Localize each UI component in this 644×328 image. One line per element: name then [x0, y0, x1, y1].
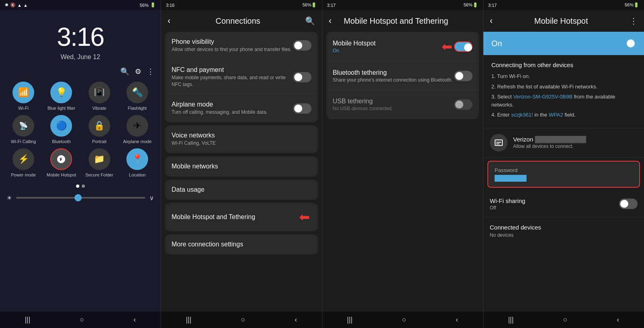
network-text: Verizon ████████████ Allow all devices t… [513, 136, 586, 149]
password-section: Password ████████ [487, 161, 640, 188]
nav-home-btn[interactable]: ○ [80, 316, 84, 324]
back-arrow-icon[interactable]: ‹ [167, 16, 170, 26]
nfc-subtitle: Make mobile payments, share data, and re… [171, 74, 293, 88]
nav-home-btn-2[interactable]: ○ [241, 316, 245, 324]
status-bar-4: 3:17 56%🔋 [483, 0, 644, 10]
tile-airplane-label: Airplane mode [123, 139, 152, 144]
back-arrow-icon-4[interactable]: ‹ [490, 16, 493, 26]
search-icon-connections[interactable]: 🔍 [305, 16, 315, 26]
connecting-section: Connecting from other devices 1. Turn Wi… [483, 55, 644, 128]
clock-area: 3:16 Wed, June 12 [0, 10, 161, 65]
network-item[interactable]: Verizon ████████████ Allow all devices t… [483, 128, 644, 158]
mobile-networks-title: Mobile networks [171, 163, 218, 170]
phone-visibility-item[interactable]: Phone visibility Allow other devices to … [165, 32, 318, 60]
nav-back-btn-4[interactable]: ‹ [617, 316, 619, 324]
tile-mobile-hotspot[interactable]: Mobile Hotspot [44, 148, 78, 178]
tile-wifi-label: Wi-Fi [18, 106, 29, 111]
tile-wifi-calling[interactable]: 📡 Wi-Fi Calling [6, 115, 40, 144]
nfc-item[interactable]: NFC and payment Make mobile payments, sh… [165, 60, 318, 95]
wifi-sharing-item[interactable]: Wi-Fi sharing Off [483, 191, 644, 217]
tile-portrait-label: Portrait [92, 139, 106, 144]
bluetooth-tethering-toggle[interactable] [454, 71, 473, 81]
data-usage-item[interactable]: Data usage [165, 180, 318, 200]
panel-mobile-hotspot-detail: 3:17 56%🔋 ‹ Mobile Hotspot ⋮ On Connecti… [483, 0, 644, 328]
nfc-toggle[interactable] [293, 72, 312, 82]
brightness-slider[interactable] [16, 197, 145, 199]
usb-tethering-option[interactable]: USB tethering No USB devices connected. [326, 90, 479, 119]
mobile-hotspot-option-title: Mobile Hotspot [333, 40, 442, 47]
wifi-sharing-toggle[interactable] [619, 199, 638, 209]
more-icon[interactable]: ⋮ [147, 67, 154, 76]
data-usage-title: Data usage [171, 186, 204, 193]
tile-bluetooth-label: Bluetooth [52, 139, 70, 144]
dot-2 [82, 184, 85, 188]
hotspot-tethering-header: ‹ Mobile Hotspot and Tethering [322, 10, 483, 32]
more-connection-item[interactable]: More connection settings [165, 234, 318, 254]
battery-level: 56% [140, 3, 149, 8]
nav-back-btn-3[interactable]: ‹ [456, 316, 458, 324]
tethering-list: Mobile Hotspot On ⬅ Bluetooth tethering [322, 32, 483, 328]
nav-recents-btn-3[interactable]: ||| [347, 316, 353, 324]
tile-power-mode[interactable]: ⚡ Power mode [6, 148, 40, 178]
tile-blue-light-label: Blue light filter [47, 106, 75, 111]
bluetooth-tethering-subtitle: Share your phone's internet connection u… [333, 77, 454, 83]
nav-back-btn-2[interactable]: ‹ [295, 316, 297, 324]
nav-recents-btn-2[interactable]: ||| [186, 316, 192, 324]
nfc-thumb [294, 73, 302, 81]
tile-secure-folder[interactable]: 📁 Secure Folder [83, 148, 116, 178]
mobile-hotspot-toggle[interactable] [454, 41, 473, 52]
tile-vibrate[interactable]: 📳 Vibrate [83, 82, 116, 111]
voice-networks-item[interactable]: Voice networks Wi-Fi Calling, VoLTE [165, 125, 318, 153]
signal-icon: ▲ [23, 3, 28, 8]
chevron-down-icon[interactable]: ∨ [149, 194, 154, 202]
tile-blue-light[interactable]: 💡 Blue light filter [44, 82, 78, 111]
more-options-icon[interactable]: ⋮ [630, 16, 638, 26]
airplane-item[interactable]: Airplane mode Turn off calling, messagin… [165, 94, 318, 122]
location-tile-icon: 📍 [126, 148, 148, 170]
mobile-networks-item[interactable]: Mobile networks [165, 156, 318, 176]
hotspot-on-toggle[interactable] [617, 38, 636, 49]
tile-power-mode-label: Power mode [11, 172, 36, 178]
usb-tethering-toggle[interactable] [454, 99, 473, 110]
page-dots [0, 181, 161, 191]
phone-visibility-thumb [294, 41, 302, 49]
nav-recents-btn[interactable]: ||| [25, 316, 30, 324]
mobile-hotspot-tethering-item[interactable]: Mobile Hotspot and Tethering ⬅ [165, 203, 318, 231]
tile-bluetooth[interactable]: 🔵 Bluetooth [44, 115, 78, 144]
tile-flashlight[interactable]: 🔦 Flashlight [120, 82, 154, 111]
wifi-sharing-sub: Off [490, 205, 525, 211]
password-label: Password [495, 167, 633, 173]
nav-home-btn-4[interactable]: ○ [563, 316, 568, 324]
tile-mobile-hotspot-label: Mobile Hotspot [47, 172, 76, 178]
phone-visibility-toggle[interactable] [293, 40, 312, 51]
tile-portrait[interactable]: 🔒 Portrait [83, 115, 116, 144]
tile-wifi[interactable]: 📶 Wi-Fi [6, 82, 40, 111]
nav-home-btn-3[interactable]: ○ [402, 316, 407, 324]
search-icon[interactable]: 🔍 [120, 67, 129, 76]
tile-location[interactable]: 📍 Location [120, 148, 154, 178]
portrait-tile-icon: 🔒 [89, 115, 110, 137]
hotspot-detail-title: Mobile Hotspot [534, 16, 588, 26]
power-mode-tile-icon: ⚡ [12, 148, 34, 170]
tile-airplane[interactable]: ✈ Airplane mode [120, 115, 154, 144]
password-value: ████████ [495, 175, 633, 181]
airplane-toggle[interactable] [293, 103, 312, 114]
mobile-hotspot-option[interactable]: Mobile Hotspot On ⬅ [326, 32, 479, 62]
connections-settings-list: Phone visibility Allow other devices to … [161, 32, 322, 328]
tile-location-label: Location [129, 172, 146, 178]
bluetooth-tethering-option[interactable]: Bluetooth tethering Share your phone's i… [326, 62, 479, 90]
settings-icon[interactable]: ⚙ [135, 67, 141, 76]
wifi-sharing-title: Wi-Fi sharing [490, 197, 525, 204]
card-data-usage: Data usage [165, 180, 318, 200]
nav-recents-btn-4[interactable]: ||| [508, 316, 514, 324]
back-arrow-icon-3[interactable]: ‹ [329, 16, 332, 26]
brightness-icon: ☀ [6, 194, 12, 202]
mobile-hotspot-toggle-thumb [464, 43, 472, 51]
bluetooth-tethering-title: Bluetooth tethering [333, 69, 454, 76]
nav-bar-4: ||| ○ ‹ [483, 312, 644, 328]
usb-tethering-title: USB tethering [333, 98, 454, 105]
flashlight-tile-icon: 🔦 [126, 82, 148, 103]
mobile-hotspot-tethering-title: Mobile Hotspot and Tethering [171, 213, 255, 221]
nav-back-btn[interactable]: ‹ [134, 316, 136, 324]
panel-quick-settings: ✱ 🔇 ▲ ▲ 56% 🔋 3:16 Wed, June 12 🔍 ⚙ ⋮ 📶 [0, 0, 161, 328]
